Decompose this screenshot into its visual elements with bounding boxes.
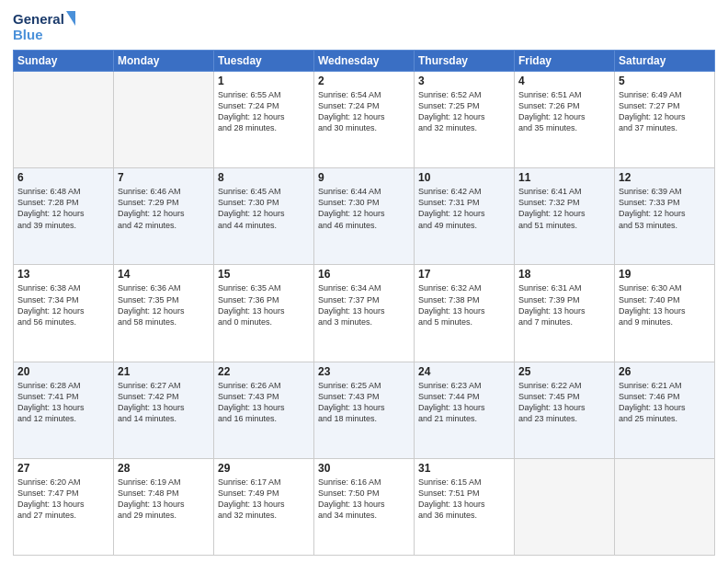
calendar-week-row: 1Sunrise: 6:55 AMSunset: 7:24 PMDaylight… <box>14 72 715 168</box>
day-info: Sunrise: 6:26 AMSunset: 7:43 PMDaylight:… <box>218 380 310 425</box>
day-info: Sunrise: 6:38 AMSunset: 7:34 PMDaylight:… <box>17 282 109 327</box>
day-number: 27 <box>17 462 109 475</box>
day-info: Sunrise: 6:17 AMSunset: 7:49 PMDaylight:… <box>218 477 310 522</box>
day-number: 15 <box>218 268 310 281</box>
calendar-cell: 28Sunrise: 6:19 AMSunset: 7:48 PMDayligh… <box>114 458 214 555</box>
day-info: Sunrise: 6:45 AMSunset: 7:30 PMDaylight:… <box>218 186 310 231</box>
calendar-cell: 23Sunrise: 6:25 AMSunset: 7:43 PMDayligh… <box>314 362 415 458</box>
calendar-cell: 27Sunrise: 6:20 AMSunset: 7:47 PMDayligh… <box>14 458 114 555</box>
day-number: 26 <box>619 365 711 378</box>
day-info: Sunrise: 6:48 AMSunset: 7:28 PMDaylight:… <box>17 186 109 231</box>
day-number: 31 <box>418 462 510 475</box>
day-number: 10 <box>418 171 510 184</box>
logo-svg: General Blue <box>13 9 77 46</box>
logo: General Blue <box>13 9 77 46</box>
calendar-header-row: SundayMondayTuesdayWednesdayThursdayFrid… <box>14 51 715 72</box>
day-number: 6 <box>17 171 109 184</box>
calendar-week-row: 13Sunrise: 6:38 AMSunset: 7:34 PMDayligh… <box>14 265 715 362</box>
calendar-week-row: 20Sunrise: 6:28 AMSunset: 7:41 PMDayligh… <box>14 362 715 458</box>
calendar-cell: 24Sunrise: 6:23 AMSunset: 7:44 PMDayligh… <box>415 362 515 458</box>
calendar-cell <box>14 72 114 168</box>
day-info: Sunrise: 6:52 AMSunset: 7:25 PMDaylight:… <box>418 89 510 134</box>
day-number: 25 <box>518 365 610 378</box>
calendar-header-saturday: Saturday <box>615 51 715 72</box>
day-number: 14 <box>118 268 210 281</box>
day-number: 2 <box>318 75 410 87</box>
calendar-cell: 9Sunrise: 6:44 AMSunset: 7:30 PMDaylight… <box>314 168 415 265</box>
calendar-cell: 3Sunrise: 6:52 AMSunset: 7:25 PMDaylight… <box>415 72 515 168</box>
calendar-header-thursday: Thursday <box>415 51 515 72</box>
day-info: Sunrise: 6:20 AMSunset: 7:47 PMDaylight:… <box>17 477 109 522</box>
day-number: 23 <box>318 365 410 378</box>
day-number: 21 <box>118 365 210 378</box>
svg-text:Blue: Blue <box>13 27 43 42</box>
calendar-cell: 21Sunrise: 6:27 AMSunset: 7:42 PMDayligh… <box>114 362 214 458</box>
day-info: Sunrise: 6:15 AMSunset: 7:51 PMDaylight:… <box>418 477 510 522</box>
day-number: 20 <box>17 365 109 378</box>
calendar-cell: 18Sunrise: 6:31 AMSunset: 7:39 PMDayligh… <box>515 265 615 362</box>
calendar-cell: 10Sunrise: 6:42 AMSunset: 7:31 PMDayligh… <box>415 168 515 265</box>
calendar-header-wednesday: Wednesday <box>314 51 415 72</box>
day-info: Sunrise: 6:19 AMSunset: 7:48 PMDaylight:… <box>118 477 210 522</box>
day-number: 22 <box>218 365 310 378</box>
calendar-table: SundayMondayTuesdayWednesdayThursdayFrid… <box>13 50 715 556</box>
calendar-cell: 20Sunrise: 6:28 AMSunset: 7:41 PMDayligh… <box>14 362 114 458</box>
day-number: 8 <box>218 171 310 184</box>
day-info: Sunrise: 6:25 AMSunset: 7:43 PMDaylight:… <box>318 380 410 425</box>
day-number: 5 <box>619 75 711 87</box>
calendar-cell: 19Sunrise: 6:30 AMSunset: 7:40 PMDayligh… <box>615 265 715 362</box>
day-info: Sunrise: 6:49 AMSunset: 7:27 PMDaylight:… <box>619 89 711 134</box>
day-info: Sunrise: 6:51 AMSunset: 7:26 PMDaylight:… <box>518 89 610 134</box>
calendar-cell: 16Sunrise: 6:34 AMSunset: 7:37 PMDayligh… <box>314 265 415 362</box>
day-info: Sunrise: 6:46 AMSunset: 7:29 PMDaylight:… <box>118 186 210 231</box>
day-number: 16 <box>318 268 410 281</box>
calendar-cell: 17Sunrise: 6:32 AMSunset: 7:38 PMDayligh… <box>415 265 515 362</box>
calendar-cell: 14Sunrise: 6:36 AMSunset: 7:35 PMDayligh… <box>114 265 214 362</box>
calendar-week-row: 27Sunrise: 6:20 AMSunset: 7:47 PMDayligh… <box>14 458 715 555</box>
day-number: 28 <box>118 462 210 475</box>
calendar-cell: 6Sunrise: 6:48 AMSunset: 7:28 PMDaylight… <box>14 168 114 265</box>
day-number: 13 <box>17 268 109 281</box>
calendar-cell: 12Sunrise: 6:39 AMSunset: 7:33 PMDayligh… <box>615 168 715 265</box>
day-info: Sunrise: 6:30 AMSunset: 7:40 PMDaylight:… <box>619 282 711 327</box>
day-info: Sunrise: 6:28 AMSunset: 7:41 PMDaylight:… <box>17 380 109 425</box>
day-info: Sunrise: 6:16 AMSunset: 7:50 PMDaylight:… <box>318 477 410 522</box>
calendar-cell: 1Sunrise: 6:55 AMSunset: 7:24 PMDaylight… <box>214 72 314 168</box>
svg-marker-2 <box>66 11 75 26</box>
calendar-cell: 15Sunrise: 6:35 AMSunset: 7:36 PMDayligh… <box>214 265 314 362</box>
svg-text:General: General <box>13 11 64 27</box>
day-info: Sunrise: 6:21 AMSunset: 7:46 PMDaylight:… <box>619 380 711 425</box>
day-number: 24 <box>418 365 510 378</box>
day-number: 18 <box>518 268 610 281</box>
calendar-cell <box>515 458 615 555</box>
day-info: Sunrise: 6:35 AMSunset: 7:36 PMDaylight:… <box>218 282 310 327</box>
calendar-cell: 25Sunrise: 6:22 AMSunset: 7:45 PMDayligh… <box>515 362 615 458</box>
calendar-header-monday: Monday <box>114 51 214 72</box>
day-number: 29 <box>218 462 310 475</box>
calendar-cell: 7Sunrise: 6:46 AMSunset: 7:29 PMDaylight… <box>114 168 214 265</box>
day-number: 17 <box>418 268 510 281</box>
day-number: 19 <box>619 268 711 281</box>
day-number: 11 <box>518 171 610 184</box>
calendar-cell <box>615 458 715 555</box>
calendar-cell: 8Sunrise: 6:45 AMSunset: 7:30 PMDaylight… <box>214 168 314 265</box>
day-number: 3 <box>418 75 510 87</box>
day-info: Sunrise: 6:39 AMSunset: 7:33 PMDaylight:… <box>619 186 711 231</box>
day-info: Sunrise: 6:41 AMSunset: 7:32 PMDaylight:… <box>518 186 610 231</box>
calendar-header-sunday: Sunday <box>14 51 114 72</box>
day-number: 12 <box>619 171 711 184</box>
calendar-cell: 4Sunrise: 6:51 AMSunset: 7:26 PMDaylight… <box>515 72 615 168</box>
header: General Blue <box>13 9 715 46</box>
day-info: Sunrise: 6:44 AMSunset: 7:30 PMDaylight:… <box>318 186 410 231</box>
day-number: 9 <box>318 171 410 184</box>
day-info: Sunrise: 6:32 AMSunset: 7:38 PMDaylight:… <box>418 282 510 327</box>
calendar-cell: 5Sunrise: 6:49 AMSunset: 7:27 PMDaylight… <box>615 72 715 168</box>
day-info: Sunrise: 6:22 AMSunset: 7:45 PMDaylight:… <box>518 380 610 425</box>
day-info: Sunrise: 6:42 AMSunset: 7:31 PMDaylight:… <box>418 186 510 231</box>
calendar-cell: 22Sunrise: 6:26 AMSunset: 7:43 PMDayligh… <box>214 362 314 458</box>
day-info: Sunrise: 6:36 AMSunset: 7:35 PMDaylight:… <box>118 282 210 327</box>
day-number: 1 <box>218 75 310 87</box>
calendar-cell: 13Sunrise: 6:38 AMSunset: 7:34 PMDayligh… <box>14 265 114 362</box>
day-info: Sunrise: 6:34 AMSunset: 7:37 PMDaylight:… <box>318 282 410 327</box>
day-info: Sunrise: 6:27 AMSunset: 7:42 PMDaylight:… <box>118 380 210 425</box>
